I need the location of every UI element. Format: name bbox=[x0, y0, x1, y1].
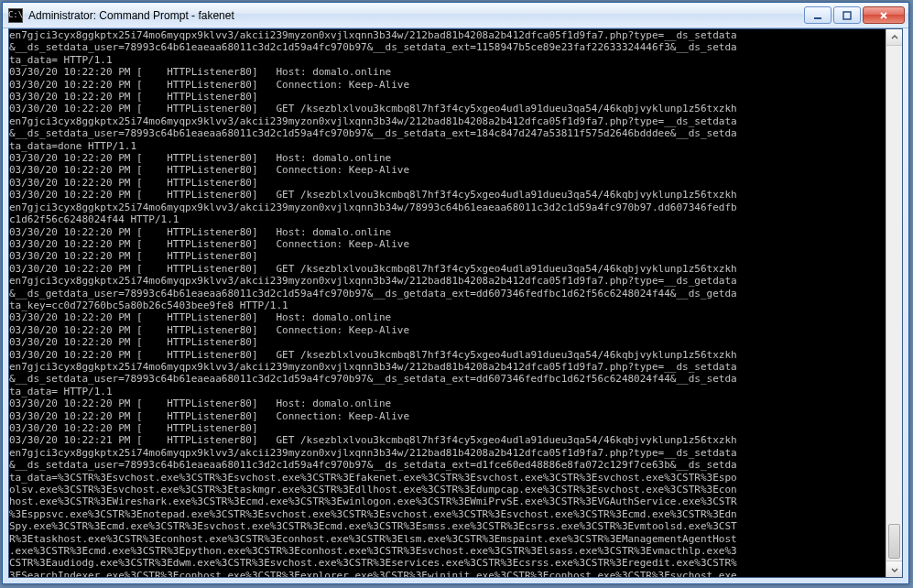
minimize-button[interactable] bbox=[804, 6, 831, 24]
window-buttons bbox=[804, 6, 905, 24]
maximize-icon bbox=[842, 11, 852, 20]
close-icon bbox=[879, 11, 888, 20]
close-button[interactable] bbox=[863, 6, 905, 24]
scrollbar-track[interactable] bbox=[886, 46, 902, 561]
cmd-icon: C:\ bbox=[8, 8, 23, 23]
titlebar[interactable]: C:\ Administrator: Command Prompt - fake… bbox=[3, 3, 908, 28]
scroll-up-button[interactable] bbox=[886, 29, 902, 46]
chevron-up-icon bbox=[891, 34, 898, 41]
terminal-output[interactable]: en7gjci3cyx8ggkptx25i74mo6myqpx9klvv3/ak… bbox=[9, 29, 886, 577]
cmd-window: C:\ Administrator: Command Prompt - fake… bbox=[2, 2, 909, 584]
scrollbar-thumb[interactable] bbox=[888, 524, 900, 559]
maximize-button[interactable] bbox=[833, 6, 861, 24]
scroll-down-button[interactable] bbox=[886, 561, 902, 577]
svg-rect-0 bbox=[814, 17, 821, 19]
chevron-down-icon bbox=[891, 566, 898, 573]
vertical-scrollbar[interactable] bbox=[886, 29, 902, 577]
window-title: Administrator: Command Prompt - fakenet bbox=[28, 9, 804, 22]
client-area: en7gjci3cyx8ggkptx25i74mo6myqpx9klvv3/ak… bbox=[8, 28, 903, 578]
svg-rect-1 bbox=[843, 12, 851, 19]
minimize-icon bbox=[813, 11, 822, 20]
